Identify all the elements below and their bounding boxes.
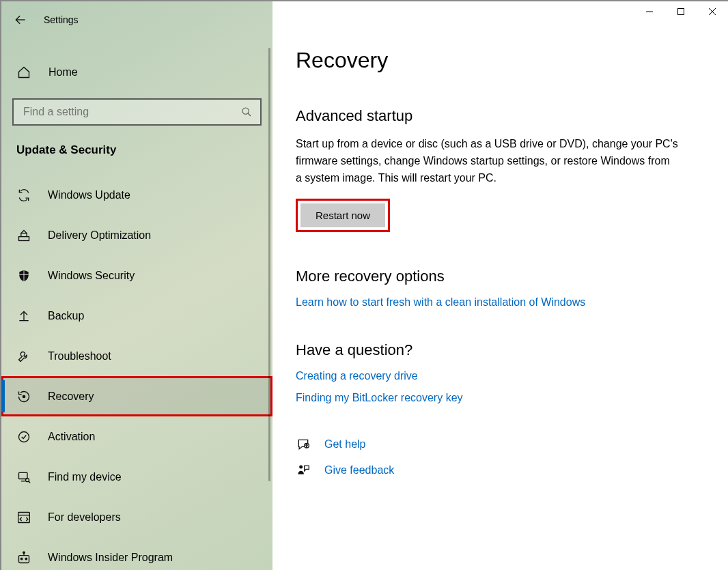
delivery-icon: [16, 228, 31, 243]
svg-point-10: [23, 395, 25, 397]
close-button[interactable]: [697, 1, 728, 22]
sidebar: Settings Home Update & Security Windows …: [1, 1, 272, 570]
svg-point-21: [25, 558, 27, 560]
svg-point-24: [299, 466, 303, 469]
svg-point-19: [23, 552, 25, 554]
sidebar-item-label: For developers: [48, 511, 121, 524]
svg-rect-16: [18, 512, 30, 522]
find-device-icon: [16, 470, 31, 485]
sidebar-item-label: Recovery: [48, 390, 94, 403]
svg-text:?: ?: [306, 444, 308, 448]
search-input[interactable]: [22, 105, 241, 119]
svg-rect-18: [19, 555, 29, 562]
svg-rect-12: [19, 472, 28, 479]
sidebar-item-label: Windows Security: [48, 270, 135, 282]
sidebar-item-activation[interactable]: Activation: [1, 416, 272, 457]
home-icon: [16, 65, 31, 80]
advanced-startup-description: Start up from a device or disc (such as …: [296, 136, 678, 186]
recovery-icon: [16, 389, 31, 404]
svg-point-20: [20, 558, 23, 560]
feedback-icon: [296, 463, 311, 478]
sidebar-item-troubleshoot[interactable]: Troubleshoot: [1, 336, 272, 376]
bitlocker-link[interactable]: Finding my BitLocker recovery key: [296, 392, 687, 404]
window-title: Settings: [44, 14, 79, 25]
check-circle-icon: [16, 429, 31, 444]
page-title: Recovery: [296, 48, 687, 73]
get-help-link[interactable]: ? Get help: [296, 437, 687, 452]
back-button[interactable]: [14, 13, 27, 27]
sidebar-item-label: Windows Insider Program: [48, 552, 173, 564]
advanced-startup-heading: Advanced startup: [296, 107, 687, 125]
sidebar-item-label: Windows Update: [48, 189, 130, 201]
wrench-icon: [16, 349, 31, 364]
search-icon: [241, 106, 252, 117]
home-label: Home: [48, 66, 78, 79]
category-label: Update & Security: [1, 126, 272, 164]
sidebar-item-label: Find my device: [48, 471, 122, 483]
sidebar-item-recovery[interactable]: Recovery: [1, 376, 272, 416]
chat-help-icon: ?: [296, 437, 311, 452]
backup-icon: [16, 309, 31, 324]
sidebar-item-delivery-optimization[interactable]: Delivery Optimization: [1, 215, 272, 255]
sidebar-item-find-my-device[interactable]: Find my device: [1, 457, 272, 497]
sidebar-item-label: Backup: [48, 310, 84, 322]
sidebar-item-home[interactable]: Home: [1, 55, 272, 90]
svg-rect-1: [678, 9, 684, 15]
maximize-button[interactable]: [665, 1, 697, 22]
question-heading: Have a question?: [296, 341, 687, 359]
sidebar-item-windows-insider-program[interactable]: Windows Insider Program: [1, 537, 272, 570]
search-box[interactable]: [12, 98, 262, 126]
restart-now-button[interactable]: Restart now: [300, 203, 385, 227]
svg-line-15: [29, 481, 31, 483]
give-feedback-label: Give feedback: [324, 464, 394, 476]
more-recovery-heading: More recovery options: [296, 268, 687, 285]
restart-now-highlight: Restart now: [296, 199, 390, 232]
sidebar-scrollbar[interactable]: [268, 48, 270, 481]
recovery-drive-link[interactable]: Creating a recovery drive: [296, 370, 687, 382]
insider-icon: [16, 550, 31, 565]
sidebar-item-windows-update[interactable]: Windows Update: [1, 175, 272, 215]
give-feedback-link[interactable]: Give feedback: [296, 463, 687, 478]
sync-icon: [16, 188, 31, 203]
svg-rect-7: [19, 236, 29, 240]
sidebar-item-backup[interactable]: Backup: [1, 296, 272, 336]
get-help-label: Get help: [324, 438, 365, 451]
main-panel: Recovery Advanced startup Start up from …: [272, 1, 728, 570]
sidebar-item-label: Delivery Optimization: [48, 229, 151, 242]
shield-icon: [16, 268, 31, 283]
sidebar-item-label: Troubleshoot: [48, 350, 111, 362]
svg-point-5: [242, 108, 249, 114]
minimize-button[interactable]: [634, 1, 665, 22]
sidebar-item-windows-security[interactable]: Windows Security: [1, 255, 272, 296]
fresh-install-link[interactable]: Learn how to start fresh with a clean in…: [296, 296, 687, 309]
sidebar-item-for-developers[interactable]: For developers: [1, 497, 272, 537]
developer-icon: [16, 510, 31, 525]
sidebar-item-label: Activation: [48, 431, 95, 443]
svg-line-6: [248, 113, 251, 116]
svg-point-11: [19, 431, 29, 442]
